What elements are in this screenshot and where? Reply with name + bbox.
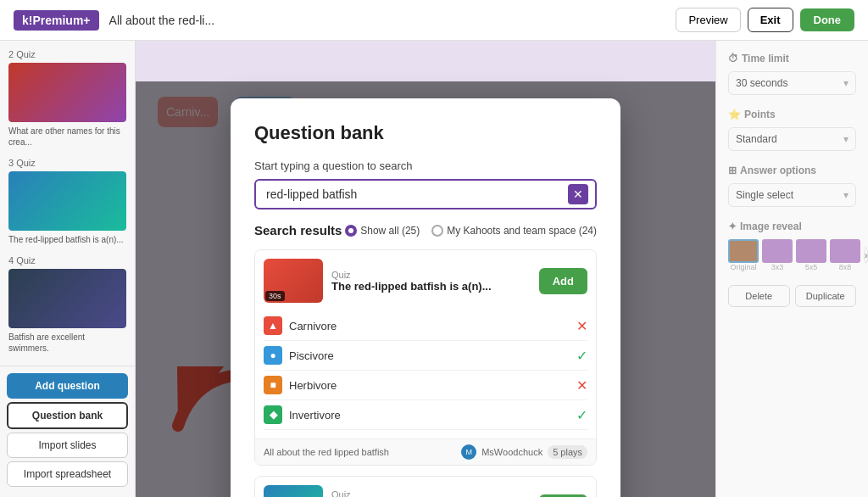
chevron-down-icon: ▾ [843,77,849,89]
import-spreadsheet-button[interactable]: Import spreadsheet [7,461,128,487]
search-input[interactable] [263,184,568,204]
chevron-down-icon: ▾ [843,133,849,145]
sidebar-item-2[interactable]: 2 Quiz What are other names for this cre… [8,49,126,148]
quiz-num: 4 Quiz [8,255,126,265]
result-thumbnail-2: 30s [264,485,323,497]
results-title: Search results [254,223,342,237]
points-select[interactable]: Standard ▾ [728,127,856,151]
search-clear-button[interactable]: ✕ [568,184,588,204]
answer-left: ■ Herbivore [264,376,337,394]
time-limit-section: ⏱ Time limit 30 seconds ▾ [728,53,856,95]
question-bank-button[interactable]: Question bank [7,402,128,429]
image-reveal-title: ✦ Image reveal [728,221,856,232]
result-footer-1: All about the red lipped batfish M MsWoo… [255,438,596,465]
result-info-2: Quiz Where can you find the red-lipped b… [331,489,531,497]
answer-icon-green: ◆ [264,405,282,424]
answer-icon-red: ▲ [264,316,282,335]
delete-button[interactable]: Delete [728,285,790,307]
result-item-2: 30s Quiz Where can you find the red-lipp… [254,476,597,497]
answer-icon-blue: ● [264,346,282,365]
answer-left: ● Piscivore [264,346,334,365]
clock-icon: ⏱ [728,53,738,64]
modal-overlay: Question bank Start typing a question to… [136,81,715,497]
user-avatar: M [461,444,476,460]
exit-button[interactable]: Exit [748,8,793,32]
panel-bottom-actions: Delete Duplicate [728,285,856,307]
answer-options-select[interactable]: Single select ▾ [728,183,856,207]
footer-username: MsWoodchuck [481,447,542,457]
result-header-2: 30s Quiz Where can you find the red-lipp… [255,477,596,497]
right-panel: ⏱ Time limit 30 seconds ▾ ⭐ Points Stand… [715,41,868,497]
result-thumbnail-1: 30s [264,259,323,303]
quiz-num: 3 Quiz [8,158,126,168]
add-result-button-2[interactable]: Add [539,494,587,498]
search-box[interactable]: ✕ [254,179,597,209]
brand-logo: k!Premium+ [14,10,99,31]
sidebar-item-4[interactable]: 4 Quiz Batfish are excellent swimmers. [8,255,126,354]
answer-text: Carnivore [289,320,337,332]
import-slides-button[interactable]: Import slides [7,433,128,458]
done-button[interactable]: Done [800,8,855,31]
answer-left: ▲ Carnivore [264,316,337,335]
image-reveal-options: Original 3x3 5x5 8x8 › [728,239,856,271]
points-title: ⭐ Points [728,109,856,120]
quiz-thumbnail [8,269,126,328]
answer-correct-icon: ✓ [576,348,587,364]
reveal-option-3x3[interactable]: 3x3 [762,239,793,271]
add-result-button-1[interactable]: Add [539,268,587,294]
reveal-option-8x8[interactable]: 8x8 [830,239,860,271]
image-reveal-section: ✦ Image reveal Original 3x3 5x5 [728,221,856,271]
modal-title: Question bank [254,122,597,144]
answer-options-section: ⊞ Answer options Single select ▾ [728,165,856,207]
radio-dot-empty [431,225,443,237]
topbar-right: Preview Exit Done [676,8,854,32]
answer-options-title: ⊞ Answer options [728,165,856,176]
sidebar: 2 Quiz What are other names for this cre… [0,41,136,497]
answer-item: ● Piscivore ✓ [264,341,587,371]
time-limit-select[interactable]: 30 seconds ▾ [728,71,856,95]
preview-button[interactable]: Preview [676,8,740,32]
center-area: Carniv... Herbiv... Question bank [136,41,715,497]
duplicate-button[interactable]: Duplicate [795,285,857,307]
quiz-thumbnail [8,63,126,122]
result-info-1: Quiz The red-lipped batfish is a(n)... [331,270,531,293]
sidebar-item-3[interactable]: 3 Quiz The red-lipped batfish is a(n)... [8,158,126,245]
result-item-1: 30s Quiz The red-lipped batfish is a(n).… [254,249,597,466]
answer-item: ▲ Carnivore ✕ [264,311,587,341]
results-header: Search results Show all (25) My Kahoots … [254,223,597,237]
quiz-num: 2 Quiz [8,49,126,59]
reveal-nav-arrow[interactable]: › [864,247,868,264]
main-layout: 2 Quiz What are other names for this cre… [0,41,868,497]
radio-my-kahoots[interactable]: My Kahoots and team space (24) [431,225,597,237]
topbar-left: k!Premium+ All about the red-li... [14,10,214,31]
reveal-thumbs: Original 3x3 5x5 8x8 [728,239,860,271]
answer-text: Piscivore [289,349,334,362]
reveal-option-5x5[interactable]: 5x5 [796,239,826,271]
sidebar-actions: Add question Question bank Import slides… [0,366,136,497]
chevron-down-icon: ▾ [843,189,849,201]
answer-wrong-icon: ✕ [576,377,587,394]
answer-text: Invertivore [289,409,341,422]
answer-item: ■ Herbivore ✕ [264,371,587,400]
quiz-item-title: The red-lipped batfish is a(n)... [8,234,126,245]
answer-item: ◆ Invertivore ✓ [264,400,587,430]
answer-list-1: ▲ Carnivore ✕ ● Piscivore ✓ [255,311,596,438]
radio-show-all[interactable]: Show all (25) [345,225,420,237]
footer-user: All about the red lipped batfish [264,447,389,457]
answer-text: Herbivore [289,379,337,392]
reveal-icon: ✦ [728,221,737,232]
result-type-2: Quiz [331,489,531,497]
answer-left: ◆ Invertivore [264,405,341,424]
grid-icon: ⊞ [728,165,737,176]
answer-icon-orange: ■ [264,376,282,394]
answer-correct-icon: ✓ [576,407,587,423]
time-limit-title: ⏱ Time limit [728,53,856,64]
star-icon: ⭐ [728,109,741,120]
reveal-option-original[interactable]: Original [728,239,759,271]
add-question-button[interactable]: Add question [7,373,128,399]
footer-right: M MsWoodchuck 5 plays [461,444,587,460]
footer-source: All about the red lipped batfish [264,447,389,457]
points-section: ⭐ Points Standard ▾ [728,109,856,151]
quiz-thumbnail [8,171,126,231]
question-bank-modal: Question bank Start typing a question to… [231,98,620,497]
